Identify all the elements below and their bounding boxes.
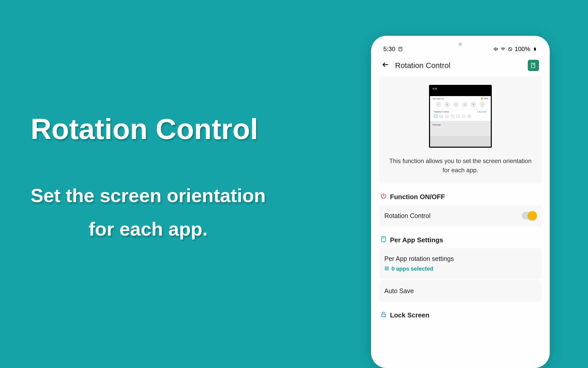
section-title: Per App Settings <box>390 236 443 244</box>
svg-rect-10 <box>385 268 386 269</box>
section-title: Lock Screen <box>390 311 430 319</box>
status-bar: 5:30 100% <box>375 40 546 55</box>
wifi-icon <box>500 47 506 52</box>
svg-point-1 <box>503 50 503 50</box>
item-label: Rotation Control <box>384 212 431 220</box>
svg-rect-6 <box>382 237 385 242</box>
rotation-control-toggle-row[interactable]: Rotation Control <box>379 205 542 227</box>
rotation-app-icon <box>398 47 403 52</box>
phone-screen: 5:30 100% <box>375 40 546 364</box>
svg-rect-15 <box>388 269 389 270</box>
promo-text-block: Rotation Control Set the screen orientat… <box>31 112 266 246</box>
svg-rect-5 <box>531 63 535 68</box>
svg-rect-11 <box>386 268 387 269</box>
camera-cutout <box>459 42 462 46</box>
svg-rect-3 <box>534 48 536 51</box>
svg-rect-16 <box>382 314 385 317</box>
back-button[interactable] <box>382 61 389 70</box>
svg-rect-4 <box>534 48 535 48</box>
mute-icon <box>493 47 498 52</box>
section-per-app: Per App Settings Per App rotation settin… <box>375 236 546 302</box>
section-lock-screen: Lock Screen <box>375 311 546 323</box>
section-title: Function ON/OFF <box>390 193 445 201</box>
svg-rect-14 <box>386 269 387 270</box>
power-icon <box>380 193 387 201</box>
info-card: 5:25 Sun, Dec 29 📶 100% ♡⟲☺▯⇅+ Rotation … <box>379 76 542 183</box>
lock-icon <box>380 311 387 319</box>
card-description: This function allows you to set the scre… <box>384 156 536 175</box>
grid-icon <box>384 266 389 272</box>
status-time: 5:30 <box>383 45 395 53</box>
apps-selected-count: 0 apps selected <box>391 266 433 272</box>
battery-icon <box>532 47 537 52</box>
per-app-icon <box>380 236 387 244</box>
svg-rect-7 <box>385 267 386 268</box>
toggle-switch[interactable] <box>522 212 536 220</box>
app-bar: Rotation Control <box>375 55 546 76</box>
app-title: Rotation Control <box>395 61 522 70</box>
save-action-button[interactable] <box>528 60 539 71</box>
svg-rect-0 <box>399 47 402 51</box>
item-label: Auto Save <box>384 287 414 295</box>
section-function: Function ON/OFF Rotation Control <box>375 193 546 227</box>
battery-percent: 100% <box>515 45 530 53</box>
no-signal-icon <box>508 47 513 52</box>
svg-rect-12 <box>388 268 389 269</box>
preview-image: 5:25 Sun, Dec 29 📶 100% ♡⟲☺▯⇅+ Rotation … <box>429 85 492 148</box>
phone-frame: 5:30 100% <box>371 36 550 368</box>
promo-title: Rotation Control <box>31 112 266 146</box>
promo-subtitle: Set the screen orientation for each app. <box>31 179 266 246</box>
item-label: Per App rotation settings <box>384 255 536 262</box>
svg-rect-13 <box>385 269 386 270</box>
per-app-settings-row[interactable]: Per App rotation settings 0 apps selecte… <box>379 248 542 279</box>
svg-rect-8 <box>386 267 387 268</box>
auto-save-row[interactable]: Auto Save <box>379 280 542 302</box>
svg-rect-9 <box>388 267 389 268</box>
